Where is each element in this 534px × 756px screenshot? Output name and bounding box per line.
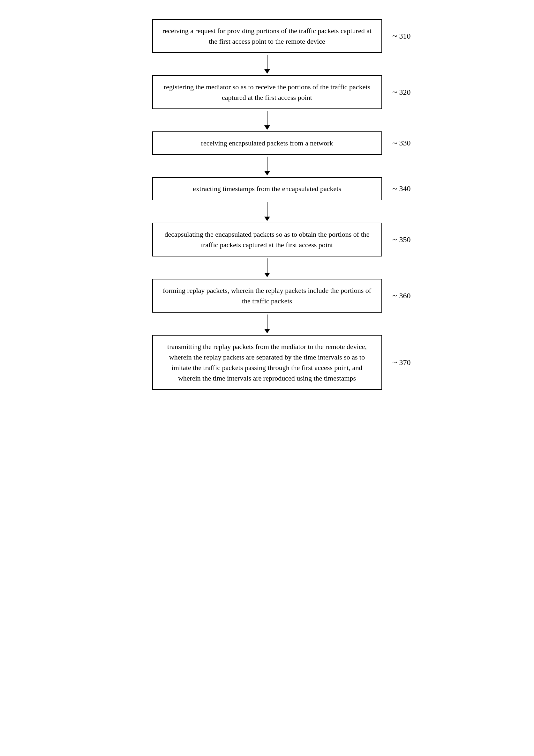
step-320-box: registering the mediator so as to receiv… [152, 75, 382, 109]
step-340-number: 340 [399, 184, 411, 193]
tilde-340: ~ [392, 184, 397, 194]
arrow-wrapper-5 [264, 256, 270, 279]
tilde-360: ~ [392, 291, 397, 301]
step-320-number: 320 [399, 88, 411, 97]
arrow-shaft-1 [267, 55, 267, 69]
arrow-4 [124, 200, 411, 223]
step-row-320: registering the mediator so as to receiv… [124, 75, 411, 109]
step-row-330: receiving encapsulated packets from a ne… [124, 131, 411, 155]
step-330-text: receiving encapsulated packets from a ne… [201, 138, 333, 148]
step-320-text: registering the mediator so as to receiv… [162, 82, 372, 103]
step-310-number: 310 [399, 32, 411, 40]
step-330-label: ~ 330 [392, 138, 410, 148]
arrow-shaft-6 [267, 314, 267, 329]
arrow-2 [124, 109, 411, 131]
step-350-text: decapsulating the encapsulated packets s… [162, 229, 372, 250]
arrow-wrapper-4 [264, 200, 270, 223]
arrow-wrapper-6 [264, 312, 270, 335]
step-370-box: transmitting the replay packets from the… [152, 335, 382, 390]
step-330-number: 330 [399, 139, 411, 148]
tilde-370: ~ [392, 357, 397, 367]
arrow-wrapper-1 [264, 53, 270, 75]
step-340-label: ~ 340 [392, 184, 410, 194]
arrow-head-1 [264, 69, 270, 74]
step-350-label: ~ 350 [392, 234, 410, 245]
tilde-350: ~ [392, 234, 397, 245]
step-320-label: ~ 320 [392, 87, 410, 97]
flowchart: receiving a request for providing portio… [124, 19, 411, 390]
step-360-number: 360 [399, 291, 411, 300]
step-row-310: receiving a request for providing portio… [124, 19, 411, 53]
arrow-head-4 [264, 217, 270, 221]
arrow-5 [124, 256, 411, 279]
arrow-wrapper-3 [264, 155, 270, 177]
arrow-3 [124, 155, 411, 177]
step-360-text: forming replay packets, wherein the repl… [162, 285, 372, 306]
step-360-label: ~ 360 [392, 291, 410, 301]
step-310-label: ~ 310 [392, 31, 410, 41]
arrow-head-6 [264, 329, 270, 333]
step-310-text: receiving a request for providing portio… [162, 26, 372, 46]
arrow-shaft-3 [267, 157, 267, 171]
tilde-320: ~ [392, 87, 397, 97]
step-310-box: receiving a request for providing portio… [152, 19, 382, 53]
arrow-head-2 [264, 125, 270, 130]
step-row-350: decapsulating the encapsulated packets s… [124, 223, 411, 256]
arrow-shaft-5 [267, 258, 267, 273]
arrow-wrapper-2 [264, 109, 270, 131]
step-370-number: 370 [399, 358, 411, 367]
arrow-shaft-2 [267, 111, 267, 125]
step-360-box: forming replay packets, wherein the repl… [152, 279, 382, 312]
step-row-360: forming replay packets, wherein the repl… [124, 279, 411, 312]
step-370-label: ~ 370 [392, 357, 410, 367]
arrow-shaft-4 [267, 202, 267, 217]
arrow-head-5 [264, 273, 270, 277]
arrow-1 [124, 53, 411, 75]
step-370-text: transmitting the replay packets from the… [162, 341, 372, 383]
step-350-box: decapsulating the encapsulated packets s… [152, 223, 382, 256]
tilde-310: ~ [392, 31, 397, 41]
step-330-box: receiving encapsulated packets from a ne… [152, 131, 382, 155]
tilde-330: ~ [392, 138, 397, 148]
step-row-370: transmitting the replay packets from the… [124, 335, 411, 390]
step-350-number: 350 [399, 235, 411, 244]
step-row-340: extracting timestamps from the encapsula… [124, 177, 411, 200]
step-340-box: extracting timestamps from the encapsula… [152, 177, 382, 200]
arrow-head-3 [264, 171, 270, 176]
step-340-text: extracting timestamps from the encapsula… [193, 183, 341, 194]
arrow-6 [124, 312, 411, 335]
